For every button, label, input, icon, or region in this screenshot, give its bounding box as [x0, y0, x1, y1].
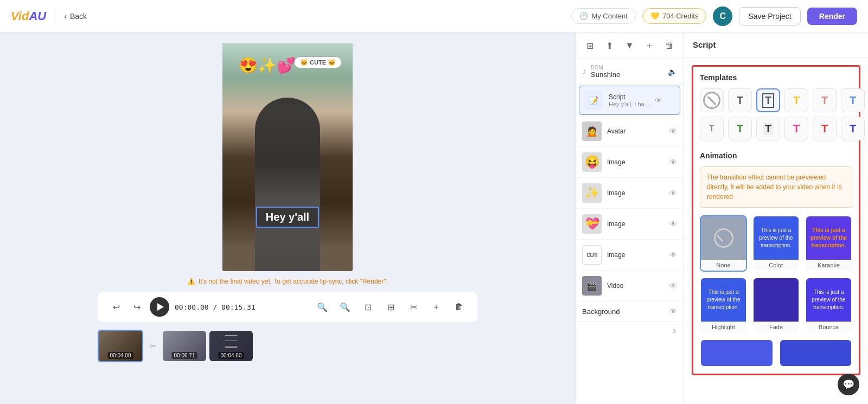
- layer-item-background[interactable]: Background 👁: [576, 302, 684, 322]
- anim-color-thumb: This is just a preview of the transcript…: [754, 216, 799, 260]
- upload-icon-btn[interactable]: ⬆: [602, 38, 617, 53]
- layer-item-script[interactable]: 📝 Script Hey y'all, I ha... 👁: [579, 86, 680, 115]
- video-frame: 😍✨💕 🐱 CUTE 🐱 Hey y'all: [222, 43, 353, 271]
- anim-karaoke-thumb: This is just a preview of the transcript…: [806, 216, 851, 260]
- playback-icons: 🔍 🔍 ⊡ ⊞ ✂ ＋ 🗑: [315, 299, 467, 315]
- timeline-clip-1[interactable]: 00:04.00: [98, 330, 143, 362]
- layer-label-video: Video: [607, 282, 664, 290]
- redo-button[interactable]: [129, 299, 144, 315]
- subtitle-overlay[interactable]: Hey y'all: [256, 207, 319, 228]
- play-button[interactable]: [150, 297, 169, 317]
- template-t7[interactable]: T: [728, 117, 752, 140]
- t5-icon: T: [850, 94, 856, 107]
- credits-button[interactable]: 💛 704 Credits: [642, 8, 706, 24]
- timeline-clip-3[interactable]: ────────════ 00:04.60: [209, 331, 253, 361]
- back-button[interactable]: ‹ Back: [64, 12, 87, 21]
- time-separator: /: [213, 303, 221, 311]
- layer-visibility-image2[interactable]: 👁: [669, 189, 677, 197]
- layer-item-video[interactable]: 🎬 Video 👁: [576, 271, 684, 302]
- expand-panel[interactable]: ›: [576, 322, 684, 339]
- undo-button[interactable]: [108, 299, 124, 315]
- script-panel: Script Templates T T: [684, 33, 868, 404]
- fit-screen-button[interactable]: ⊡: [360, 299, 375, 315]
- layer-item-avatar[interactable]: 🙍 Avatar 👁: [576, 116, 684, 147]
- save-project-button[interactable]: Save Project: [739, 7, 800, 25]
- animation-notice: The transition effect cannot be previewe…: [700, 166, 852, 208]
- template-t6[interactable]: T: [700, 117, 724, 140]
- anim-karaoke[interactable]: This is just a preview of the transcript…: [805, 215, 852, 272]
- header-divider: [55, 9, 55, 24]
- render-button[interactable]: Render: [807, 8, 857, 25]
- template-t1[interactable]: T: [728, 88, 752, 112]
- template-t5[interactable]: T: [841, 88, 865, 112]
- anim-highlight-label: Highlight: [701, 322, 746, 332]
- anim-fade-thumb: [754, 278, 799, 322]
- bgm-row: ♪ BGM Sunshine 🔈: [576, 59, 684, 85]
- t10-icon: T: [821, 123, 828, 135]
- anim-fade[interactable]: Fade: [752, 277, 800, 334]
- chat-icon: 💬: [843, 379, 854, 390]
- avatar[interactable]: C: [713, 7, 732, 26]
- warning-bar: ⚠️ It's not the final video yet. To get …: [187, 278, 388, 285]
- layer-visibility-image1[interactable]: 👁: [669, 158, 677, 166]
- delete-layer-button[interactable]: 🗑: [662, 38, 677, 53]
- layer-item-image2[interactable]: ✨ Image 👁: [576, 178, 684, 209]
- layer-thumb-avatar: 🙍: [582, 121, 602, 141]
- filter-icon-btn[interactable]: ▼: [622, 38, 637, 53]
- layer-visibility-script[interactable]: 👁: [655, 96, 662, 105]
- template-none[interactable]: [700, 88, 724, 112]
- bgm-name: Sunshine: [591, 70, 663, 79]
- templates-animation-container: Templates T T T: [692, 65, 860, 375]
- layer-item-image1[interactable]: 😝 Image 👁: [576, 147, 684, 178]
- panel-inner: Templates T T T: [684, 57, 868, 404]
- layer-thumb-image2: ✨: [582, 183, 602, 203]
- anim-bounce[interactable]: This is just a preview of the transcript…: [805, 277, 852, 334]
- template-t10[interactable]: T: [813, 117, 837, 140]
- avatar-letter: C: [720, 11, 726, 21]
- template-t2[interactable]: T: [756, 88, 780, 112]
- slash-line: [716, 234, 723, 241]
- anim-bounce-label: Bounce: [806, 322, 851, 332]
- split-button[interactable]: ⊞: [383, 299, 398, 315]
- anim-more1[interactable]: [700, 339, 774, 367]
- add-clip-button[interactable]: ＋: [429, 299, 444, 315]
- zoom-out-button[interactable]: 🔍: [315, 299, 330, 315]
- t2-icon: T: [762, 93, 774, 108]
- time-display: 00:00.00 / 00:15.31: [175, 303, 256, 311]
- anim-more2[interactable]: [779, 339, 853, 367]
- template-t9[interactable]: T: [784, 117, 808, 140]
- layer-visibility-avatar[interactable]: 👁: [669, 127, 677, 136]
- layer-item-image4[interactable]: CUTI Image 👁: [576, 240, 684, 271]
- subtitle-text: Hey y'all: [266, 211, 309, 223]
- anim-none[interactable]: None: [700, 215, 747, 272]
- anim-more1-thumb: [701, 340, 773, 366]
- avatar-silhouette: [255, 98, 320, 271]
- anim-color[interactable]: This is just a preview of the transcript…: [752, 215, 800, 272]
- t7-icon: T: [737, 123, 743, 135]
- zoom-in-button[interactable]: 🔍: [337, 299, 353, 315]
- layer-visibility-image4[interactable]: 👁: [669, 251, 677, 259]
- layer-visibility-image3[interactable]: 👁: [669, 220, 677, 228]
- t4-icon: T: [821, 94, 828, 107]
- add-layer-button[interactable]: ＋: [642, 38, 657, 53]
- logo: VidAU: [11, 9, 46, 23]
- trim-button[interactable]: ✂: [406, 299, 421, 315]
- timeline-clip-2[interactable]: 00:06.71: [163, 331, 206, 361]
- t9-icon: T: [793, 123, 800, 135]
- cut-marker[interactable]: ✂: [146, 331, 159, 361]
- layer-visibility-background[interactable]: 👁: [669, 307, 677, 316]
- template-t4[interactable]: T: [813, 88, 837, 112]
- template-t11[interactable]: T: [841, 117, 865, 140]
- credits-label: 704 Credits: [662, 12, 698, 20]
- layer-visibility-video[interactable]: 👁: [669, 281, 677, 290]
- delete-clip-button[interactable]: 🗑: [451, 299, 467, 315]
- chat-button[interactable]: 💬: [838, 374, 859, 395]
- layer-item-image3[interactable]: 💝 Image 👁: [576, 209, 684, 240]
- layers-icon-btn[interactable]: ⊞: [582, 38, 597, 53]
- anim-highlight[interactable]: This is just a preview of the transcript…: [700, 277, 747, 334]
- my-content-button[interactable]: 🕐 My Content: [571, 8, 635, 24]
- t1-icon: T: [737, 94, 743, 107]
- template-t8[interactable]: T: [756, 117, 780, 140]
- template-t3[interactable]: T: [784, 88, 808, 112]
- bgm-volume-icon[interactable]: 🔈: [668, 67, 677, 76]
